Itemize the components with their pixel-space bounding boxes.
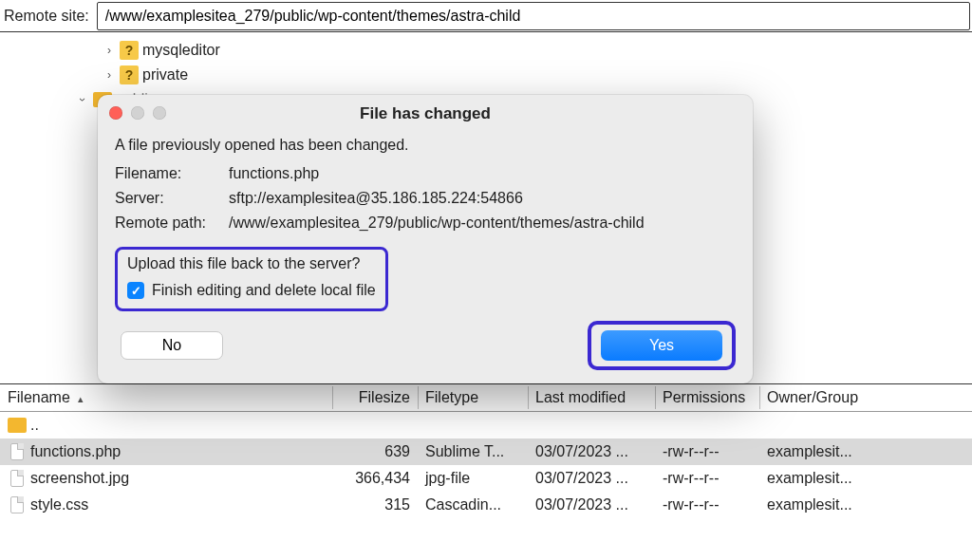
upload-highlight: Upload this file back to the server? ✓ F…: [115, 247, 388, 311]
file-icon: [8, 495, 27, 514]
column-filetype[interactable]: Filetype: [418, 389, 528, 406]
file-owner: examplesit...: [759, 443, 972, 460]
column-owner-group[interactable]: Owner/Group: [759, 389, 972, 406]
file-list-header: Filename ▴ Filesize Filetype Last modifi…: [0, 383, 972, 412]
checkbox-checked-icon: ✓: [127, 282, 144, 299]
server-label: Server:: [115, 190, 229, 207]
column-last-modified[interactable]: Last modified: [528, 389, 655, 406]
remote-site-bar: Remote site:: [0, 0, 972, 32]
remote-site-label: Remote site:: [0, 8, 95, 25]
folder-up-icon: [8, 416, 27, 435]
dialog-title: File has changed: [360, 104, 491, 123]
minimize-icon: [131, 106, 144, 120]
tree-item-private[interactable]: › ? private: [76, 63, 972, 87]
parent-dir-label: ..: [30, 417, 39, 434]
column-filesize[interactable]: Filesize: [332, 389, 418, 406]
file-type: Cascadin...: [418, 496, 528, 513]
file-modified: 03/07/2023 ...: [528, 470, 655, 487]
file-size: 366,434: [332, 470, 418, 487]
dialog-message: A file previously opened has been change…: [115, 137, 736, 154]
file-list[interactable]: .. functions.php 639 Sublime T... 03/07/…: [0, 412, 972, 518]
column-filename-label: Filename: [8, 389, 70, 405]
file-modified: 03/07/2023 ...: [528, 496, 655, 513]
file-owner: examplesit...: [759, 496, 972, 513]
file-row[interactable]: style.css 315 Cascadin... 03/07/2023 ...…: [0, 492, 972, 518]
expand-icon[interactable]: ›: [103, 68, 116, 82]
column-permissions[interactable]: Permissions: [655, 389, 759, 406]
zoom-icon: [153, 106, 166, 120]
file-icon: [8, 442, 27, 461]
window-controls: [109, 106, 166, 120]
close-icon[interactable]: [109, 106, 122, 120]
file-type: jpg-file: [418, 470, 528, 487]
remote-path-value: /www/examplesitea_279/public/wp-content/…: [229, 215, 645, 232]
file-row[interactable]: functions.php 639 Sublime T... 03/07/202…: [0, 439, 972, 465]
file-name: functions.php: [30, 443, 121, 460]
tree-item-mysqleditor[interactable]: › ? mysqleditor: [76, 38, 972, 63]
file-size: 639: [332, 443, 418, 460]
file-name: style.css: [30, 496, 88, 513]
file-owner: examplesit...: [759, 470, 972, 487]
file-changed-dialog: File has changed A file previously opene…: [98, 95, 753, 383]
remote-path-label: Remote path:: [115, 215, 229, 232]
column-filename[interactable]: Filename ▴: [0, 389, 332, 406]
question-folder-icon: ?: [120, 65, 139, 84]
yes-highlight: Yes: [588, 321, 736, 370]
filename-value: functions.php: [229, 165, 319, 182]
expand-icon[interactable]: ›: [103, 44, 116, 57]
remote-site-input[interactable]: [97, 2, 970, 30]
file-perm: -rw-r--r--: [655, 443, 759, 460]
yes-button[interactable]: Yes: [601, 330, 722, 361]
file-perm: -rw-r--r--: [655, 496, 759, 513]
file-modified: 03/07/2023 ...: [528, 443, 655, 460]
file-icon: [8, 469, 27, 488]
tree-item-label: private: [142, 66, 188, 84]
upload-question: Upload this file back to the server?: [127, 255, 376, 272]
finish-editing-checkbox[interactable]: ✓ Finish editing and delete local file: [127, 282, 376, 299]
collapse-icon[interactable]: ›: [76, 93, 89, 106]
no-button[interactable]: No: [121, 331, 223, 360]
file-name: screenshot.jpg: [30, 470, 129, 487]
file-perm: -rw-r--r--: [655, 470, 759, 487]
filename-label: Filename:: [115, 165, 229, 182]
file-type: Sublime T...: [418, 443, 528, 460]
file-row[interactable]: screenshot.jpg 366,434 jpg-file 03/07/20…: [0, 465, 972, 492]
checkbox-label: Finish editing and delete local file: [152, 282, 376, 299]
file-size: 315: [332, 496, 418, 513]
tree-item-label: mysqleditor: [142, 42, 220, 59]
sort-asc-icon: ▴: [78, 393, 84, 405]
parent-dir-row[interactable]: ..: [0, 412, 972, 439]
server-value: sftp://examplesitea@35.186.185.224:54866: [229, 190, 523, 207]
question-folder-icon: ?: [120, 41, 139, 60]
dialog-titlebar[interactable]: File has changed: [98, 95, 753, 133]
